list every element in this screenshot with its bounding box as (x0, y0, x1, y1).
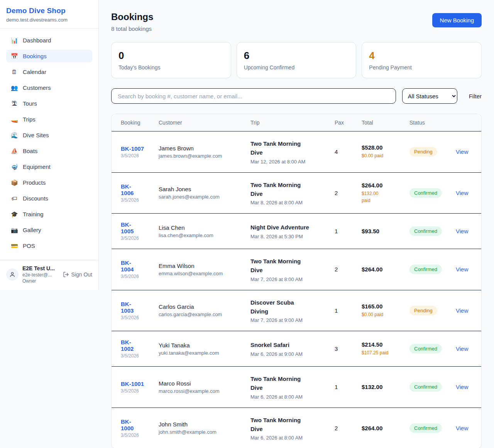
customer-email: sarah.jones@example.com (159, 194, 241, 200)
booking-id-link[interactable]: BK- 1002 (121, 339, 134, 352)
table-row: BK- 1005 3/5/2026 Lisa Chen lisa.chen@ex… (112, 214, 482, 249)
table-row: BK- 1004 3/5/2026 Emma Wilson emma.wilso… (112, 249, 482, 290)
trip-datetime: Mar 12, 2026 at 8:00 AM (250, 159, 325, 165)
user-box: E2E Test U... e2e-tester@... Owner Sign … (0, 260, 98, 290)
sidebar-item-dashboard[interactable]: 📊 Dashboard (6, 34, 92, 47)
view-link[interactable]: View (456, 307, 468, 314)
trip-name: Two Tank Morning Dive (250, 180, 325, 199)
avatar (6, 268, 19, 281)
filter-row: All Statuses Filter (111, 88, 482, 104)
column-header-total: Total (357, 114, 405, 131)
view-link[interactable]: View (456, 148, 468, 155)
status-badge: Confirmed (409, 382, 442, 392)
people-icon: 👥 (11, 85, 18, 91)
status-badge: Confirmed (409, 264, 442, 274)
view-link[interactable]: View (456, 384, 468, 390)
paid-amount: $107.25 paid (362, 349, 400, 356)
sidebar-item-tours[interactable]: 🏝 Tours (6, 97, 92, 110)
view-link[interactable]: View (456, 190, 468, 196)
trip-datetime: Mar 8, 2026 at 8:00 AM (250, 200, 325, 205)
graduation-cap-icon: 🎓 (11, 211, 18, 217)
pax-count: 1 (330, 214, 357, 249)
sidebar-item-label: POS (23, 243, 35, 249)
booking-id-link[interactable]: BK- 1004 (121, 259, 134, 273)
credit-card-icon: 💳 (11, 243, 18, 249)
person-icon (9, 271, 15, 278)
sign-out-label: Sign Out (71, 271, 92, 278)
brand-block: Demo Dive Shop demo.test.divestreams.com (0, 0, 98, 29)
filter-button[interactable]: Filter (469, 93, 482, 99)
total-amount: $264.00 (362, 266, 400, 273)
user-role: Owner (22, 278, 59, 284)
sidebar-item-gallery[interactable]: 📷 Gallery (6, 224, 92, 236)
paid-amount: $0.00 paid (362, 152, 400, 159)
sidebar-item-label: Equipment (23, 163, 51, 170)
sidebar-item-label: Dashboard (23, 37, 51, 44)
bar-chart-icon: 📊 (11, 37, 18, 43)
customer-name: John Smith (159, 421, 241, 428)
island-icon: 🏝 (11, 101, 18, 106)
view-link[interactable]: View (456, 345, 468, 352)
booking-id-link[interactable]: BK- 1005 (121, 221, 134, 234)
view-link[interactable]: View (456, 266, 468, 273)
pax-count: 2 (330, 249, 357, 290)
diving-mask-icon: 🤿 (11, 164, 18, 170)
user-meta: E2E Test U... e2e-tester@... Owner (22, 265, 59, 284)
booking-id-link[interactable]: BK- 1000 (121, 418, 134, 431)
view-link[interactable]: View (456, 228, 468, 234)
sidebar-item-calendar[interactable]: 🗓 Calendar (6, 66, 92, 78)
booking-date: 3/5/2026 (121, 236, 149, 241)
customer-name: Carlos Garcia (159, 303, 241, 310)
status-select[interactable]: All Statuses (402, 88, 457, 104)
sign-out-button[interactable]: Sign Out (63, 271, 92, 278)
sidebar-item-dive-sites[interactable]: 🌊 Dive Sites (6, 129, 92, 141)
table-header-row: BookingCustomerTripPaxTotalStatus (112, 114, 482, 131)
pax-count: 3 (330, 331, 357, 367)
column-header-trip: Trip (246, 114, 330, 131)
trip-datetime: Mar 7, 2026 at 8:00 AM (250, 276, 325, 282)
shop-domain: demo.test.divestreams.com (6, 17, 92, 23)
view-link[interactable]: View (456, 425, 468, 431)
trip-name: Two Tank Morning Dive (250, 374, 325, 392)
status-badge: Confirmed (409, 423, 442, 433)
sidebar-item-trips[interactable]: 🚤 Trips (6, 113, 92, 126)
sidebar-item-label: Calendar (23, 69, 46, 75)
table-row: BK- 1002 3/5/2026 Yuki Tanaka yuki.tanak… (112, 331, 482, 367)
booking-id-link[interactable]: BK- 1003 (121, 301, 134, 314)
table-row: BK- 1000 3/5/2026 John Smith john.smith@… (112, 408, 482, 448)
booking-id-link[interactable]: BK-1007 (121, 145, 144, 152)
stat-value: 0 (118, 50, 224, 62)
sidebar-item-discounts[interactable]: 🏷 Discounts (6, 192, 92, 205)
sidebar-item-training[interactable]: 🎓 Training (6, 208, 92, 221)
total-amount: $528.00 (362, 144, 400, 151)
sidebar-item-customers[interactable]: 👥 Customers (6, 81, 92, 94)
sidebar-item-products[interactable]: 📦 Products (6, 176, 92, 189)
calendar-icon: 📅 (11, 53, 18, 59)
sidebar-item-label: Products (23, 179, 46, 186)
trip-name: Two Tank Morning Dive (250, 257, 325, 275)
total-amount: $165.00 (362, 303, 400, 310)
user-email: e2e-tester@... (22, 272, 59, 278)
booking-date: 3/5/2026 (121, 433, 149, 438)
total-amount: $93.50 (362, 228, 400, 234)
search-input[interactable] (111, 88, 396, 104)
new-booking-button[interactable]: New Booking (432, 13, 482, 27)
sidebar-item-pos[interactable]: 💳 POS (6, 239, 92, 252)
booking-id-link[interactable]: BK- 1006 (121, 183, 134, 196)
sidebar-item-boats[interactable]: ⛵ Boats (6, 145, 92, 157)
status-badge: Pending (409, 147, 437, 157)
main-content: Bookings 8 total bookings New Booking 0 … (99, 0, 494, 448)
stat-value: 6 (244, 50, 349, 62)
trip-datetime: Mar 6, 2026 at 8:00 AM (250, 394, 325, 400)
stat-cards: 0 Today's Bookings 6 Upcoming Confirmed … (111, 42, 482, 78)
booking-id-link[interactable]: BK-1001 (121, 381, 144, 387)
paid-amount: $132.00 paid (362, 190, 400, 204)
customer-email: james.brown@example.com (159, 153, 241, 159)
sidebar-item-label: Tours (23, 100, 37, 107)
stat-card: 0 Today's Bookings (111, 42, 231, 78)
sidebar-item-bookings[interactable]: 📅 Bookings (6, 50, 92, 62)
column-header-customer: Customer (154, 114, 246, 131)
sidebar-item-equipment[interactable]: 🤿 Equipment (6, 160, 92, 173)
customer-email: john.smith@example.com (159, 429, 241, 435)
stat-card: 6 Upcoming Confirmed (237, 42, 357, 78)
